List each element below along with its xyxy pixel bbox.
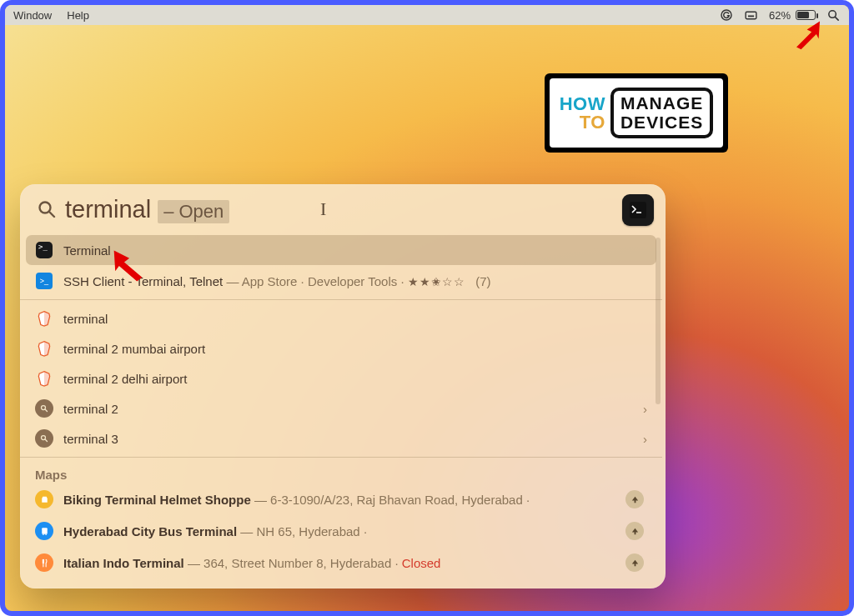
maps-result-bus-terminal[interactable]: Hyderabad City Bus Terminal — NH 65, Hyd… xyxy=(20,515,662,547)
svg-line-11 xyxy=(45,409,48,412)
spotlight-results: Terminal >_ SSH Client - Terminal, Telne… xyxy=(20,234,666,588)
brave-icon xyxy=(35,309,53,328)
svg-rect-14 xyxy=(42,528,48,534)
maps-result-biking[interactable]: Biking Terminal Helmet Shoppe — 6-3-1090… xyxy=(20,483,662,515)
separator xyxy=(20,457,662,458)
result-label: terminal xyxy=(63,312,108,326)
chevron-right-icon: › xyxy=(643,402,647,416)
search-icon xyxy=(37,199,57,219)
result-label: terminal 2 mumbai airport xyxy=(63,342,205,356)
maps-result-address: 364, Street Number 8, Hyderabad xyxy=(203,556,391,570)
search-suggestion-icon xyxy=(35,399,53,418)
svg-line-7 xyxy=(49,212,54,217)
svg-line-4 xyxy=(835,17,838,20)
search-suggestion-icon xyxy=(35,429,53,448)
result-category: Developer Tools xyxy=(308,274,397,288)
maps-category-transit-icon xyxy=(35,522,53,540)
search-query-text: terminal xyxy=(65,196,151,223)
annotation-arrow-terminal-result xyxy=(107,247,147,285)
maps-category-food-icon xyxy=(35,553,53,572)
maps-category-shop-icon xyxy=(35,490,53,508)
menu-window[interactable]: Window xyxy=(13,9,52,22)
svg-point-16 xyxy=(45,533,47,535)
separator xyxy=(20,299,662,300)
keyboard-layout-icon[interactable] xyxy=(744,8,759,23)
star-rating-icon: ★★✬☆☆ xyxy=(408,275,465,288)
directions-icon[interactable] xyxy=(625,490,644,508)
result-rating-count: (7) xyxy=(475,274,490,288)
svg-line-13 xyxy=(45,439,48,442)
search-completion-hint: – Open xyxy=(158,200,229,223)
result-source: App Store xyxy=(242,274,298,288)
spotlight-search-icon[interactable] xyxy=(826,8,841,23)
result-label: terminal 2 xyxy=(63,402,118,416)
terminal-icon xyxy=(35,241,53,259)
result-suggestion-terminal-2[interactable]: terminal 2 › xyxy=(20,393,662,423)
maps-closed-badge: Closed xyxy=(402,556,441,570)
svg-marker-5 xyxy=(796,22,820,50)
directions-icon[interactable] xyxy=(625,522,644,540)
directions-icon[interactable] xyxy=(625,553,644,572)
svg-rect-2 xyxy=(748,15,754,17)
result-label: terminal 3 xyxy=(63,432,118,446)
maps-result-title: Hyderabad City Bus Terminal xyxy=(63,524,237,538)
annotation-arrow-spotlight xyxy=(791,17,826,52)
spotlight-search-row[interactable]: terminal – Open I xyxy=(20,184,666,234)
maps-result-italian-indo[interactable]: Italian Indo Terminal — 364, Street Numb… xyxy=(20,547,662,578)
result-label: terminal 2 delhi airport xyxy=(63,372,187,386)
watermark-logo: HOW TO MANAGE DEVICES xyxy=(545,73,728,153)
terminal-app-icon-large xyxy=(622,194,654,226)
watermark-manage: MANAGE xyxy=(620,94,703,113)
ssh-app-icon: >_ xyxy=(35,272,53,290)
watermark-how: HOW xyxy=(560,95,605,113)
menu-help[interactable]: Help xyxy=(67,9,89,22)
spotlight-panel: terminal – Open I Terminal >_ SSH Client… xyxy=(20,184,666,588)
svg-marker-17 xyxy=(114,251,143,282)
grammarly-icon[interactable] xyxy=(719,8,734,23)
watermark-devices: DEVICES xyxy=(620,113,703,132)
result-suggestion-terminal-3[interactable]: terminal 3 › xyxy=(20,423,662,453)
maps-result-title: Biking Terminal Helmet Shoppe xyxy=(63,493,251,507)
result-web-delhi[interactable]: terminal 2 delhi airport xyxy=(20,363,662,393)
result-web-mumbai[interactable]: terminal 2 mumbai airport xyxy=(20,333,662,363)
brave-icon xyxy=(35,369,53,388)
brave-icon xyxy=(35,339,53,358)
result-label: Terminal xyxy=(63,243,111,258)
watermark-to: TO xyxy=(560,113,605,132)
maps-section-header: Maps xyxy=(20,461,662,483)
maps-result-address: 6-3-1090/A/23, Raj Bhavan Road, Hyderaba… xyxy=(270,493,523,507)
chevron-right-icon: › xyxy=(643,432,647,446)
maps-result-address: NH 65, Hyderabad xyxy=(256,524,359,538)
svg-rect-8 xyxy=(630,202,646,218)
text-cursor-icon: I xyxy=(320,198,326,220)
svg-point-15 xyxy=(43,533,44,535)
battery-percent: 62% xyxy=(769,9,791,22)
desktop-frame: Window Help 62% HOW TO xyxy=(0,0,854,616)
svg-point-3 xyxy=(828,10,836,17)
menubar: Window Help 62% xyxy=(5,5,849,25)
maps-result-title: Italian Indo Terminal xyxy=(63,556,184,570)
result-web-terminal[interactable]: terminal xyxy=(20,303,662,333)
